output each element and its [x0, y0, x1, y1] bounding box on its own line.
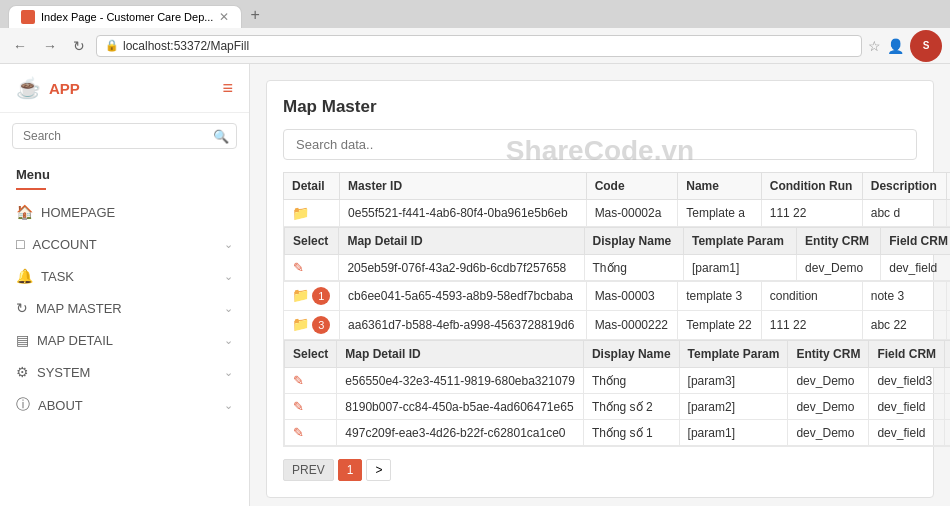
next-button[interactable]: >: [366, 459, 391, 481]
master-id-cell: cb6ee041-5a65-4593-a8b9-58edf7bcbaba: [340, 282, 587, 311]
active-tab[interactable]: Index Page - Customer Care Dep... ✕: [8, 5, 242, 28]
chevron-down-icon: ⌄: [224, 366, 233, 379]
row-number-badge: 3: [312, 316, 330, 334]
condition-run-cell: 111 22: [761, 311, 862, 340]
sidebar-item-about[interactable]: ⓘ ABOUT ⌄: [0, 388, 249, 422]
description-cell: abc 22: [862, 311, 946, 340]
created-on-cell: 6/17/2020 11:29:0: [946, 200, 950, 227]
lock-icon: 🔒: [105, 39, 119, 52]
browser-navbar: ← → ↻ 🔒 localhost:53372/MapFill ☆ 👤 S: [0, 28, 950, 64]
created-on-cell: 6/17/2020 11:27:5: [946, 282, 950, 311]
sub-table-data-row: ✎ 8190b007-cc84-450a-b5ae-4ad606471e65 T…: [285, 394, 951, 420]
col-description: Description: [862, 173, 946, 200]
search-input[interactable]: [12, 123, 237, 149]
account-button[interactable]: 👤: [887, 38, 904, 54]
sidebar-search-area: 🔍: [0, 113, 249, 159]
edit-icon[interactable]: ✎: [293, 373, 304, 388]
expand-icon[interactable]: 📁: [292, 287, 309, 303]
expand-icon[interactable]: 📁: [292, 316, 309, 332]
sub-col-display-name: Display Name: [583, 341, 679, 368]
sub-col-map-detail-id: Map Detail ID: [337, 341, 584, 368]
edit-icon[interactable]: ✎: [293, 399, 304, 414]
page-title: Map Master: [283, 97, 917, 117]
sidebar-item-map-master[interactable]: ↻ MAP MASTER ⌄: [0, 292, 249, 324]
sidebar-item-homepage[interactable]: 🏠 HOMEPAGE: [0, 196, 249, 228]
menu-item-left: 🏠 HOMEPAGE: [16, 204, 115, 220]
condition-run-cell: 111 22: [761, 200, 862, 227]
forward-button[interactable]: →: [38, 36, 62, 56]
menu-item-left: □ ACCOUNT: [16, 236, 97, 252]
hamburger-icon[interactable]: ≡: [222, 78, 233, 99]
reload-button[interactable]: ↻: [68, 36, 90, 56]
pagination: PREV 1 >: [283, 459, 917, 481]
table-row: 📁 1 cb6ee041-5a65-4593-a8b9-58edf7bcbaba…: [284, 282, 951, 311]
sub-select-cell[interactable]: ✎: [285, 255, 339, 281]
prev-button[interactable]: PREV: [283, 459, 334, 481]
description-cell: abc d: [862, 200, 946, 227]
about-icon: ⓘ: [16, 396, 30, 414]
menu-label: Menu: [0, 159, 249, 186]
sub-select-cell[interactable]: ✎: [285, 420, 337, 446]
sub-entity-crm: dev_Demo: [797, 255, 881, 281]
app-container: ☕ APP ≡ 🔍 Menu 🏠 HOMEPAGE □ ACCOUNT: [0, 64, 950, 506]
sidebar: ☕ APP ≡ 🔍 Menu 🏠 HOMEPAGE □ ACCOUNT: [0, 64, 250, 506]
tab-close-button[interactable]: ✕: [219, 10, 229, 24]
condition-run-cell: condition: [761, 282, 862, 311]
sub-table-row: Select Map Detail ID Display Name Templa…: [284, 340, 951, 447]
sub-col-type-field: TypeFieldOnCRM: [945, 341, 950, 368]
table-row: 📁 3 aa6361d7-b588-4efb-a998-4563728819d6…: [284, 311, 951, 340]
sub-template-param: [param1]: [683, 255, 796, 281]
sidebar-item-label: ACCOUNT: [32, 237, 96, 252]
sub-field-crm: dev_field: [881, 255, 950, 281]
col-master-id: Master ID: [340, 173, 587, 200]
sub-col-template-param: Template Param: [679, 341, 788, 368]
name-cell: template 3: [678, 282, 761, 311]
sub-type-field: String: [945, 420, 950, 446]
sub-entity-crm: dev_Demo: [788, 420, 869, 446]
map-detail-icon: ▤: [16, 332, 29, 348]
master-id-cell: aa6361d7-b588-4efb-a998-4563728819d6: [340, 311, 587, 340]
sub-select-cell[interactable]: ✎: [285, 394, 337, 420]
sidebar-item-label: ABOUT: [38, 398, 83, 413]
sub-field-crm: dev_field: [869, 394, 945, 420]
back-button[interactable]: ←: [8, 36, 32, 56]
sub-table: Select Map Detail ID Display Name Templa…: [284, 227, 950, 281]
new-tab-button[interactable]: +: [242, 2, 267, 28]
main-content: Map Master ShareCode.vn Detail Master ID…: [250, 64, 950, 506]
sub-entity-crm: dev_Demo: [788, 394, 869, 420]
menu-item-left: ⚙ SYSTEM: [16, 364, 90, 380]
edit-icon[interactable]: ✎: [293, 425, 304, 440]
sidebar-item-system[interactable]: ⚙ SYSTEM ⌄: [0, 356, 249, 388]
expand-icon[interactable]: 📁: [292, 205, 309, 221]
edit-icon[interactable]: ✎: [293, 260, 304, 275]
col-created-on: CreatedOn: [946, 173, 950, 200]
expand-cell[interactable]: 📁 3: [284, 311, 340, 340]
sidebar-item-label: TASK: [41, 269, 74, 284]
address-bar[interactable]: 🔒 localhost:53372/MapFill: [96, 35, 862, 57]
chevron-down-icon: ⌄: [224, 302, 233, 315]
content-box: Map Master ShareCode.vn Detail Master ID…: [266, 80, 934, 498]
name-cell: Template a: [678, 200, 761, 227]
expand-cell[interactable]: 📁 1: [284, 282, 340, 311]
page-1-button[interactable]: 1: [338, 459, 363, 481]
map-master-icon: ↻: [16, 300, 28, 316]
chevron-down-icon: ⌄: [224, 334, 233, 347]
sidebar-item-map-detail[interactable]: ▤ MAP DETAIL ⌄: [0, 324, 249, 356]
col-detail: Detail: [284, 173, 340, 200]
search-icon: 🔍: [213, 129, 229, 144]
sub-map-detail-id: 205eb59f-076f-43a2-9d6b-6cdb7f257658: [339, 255, 584, 281]
sub-col-select: Select: [285, 341, 337, 368]
tab-favicon: [21, 10, 35, 24]
sub-map-detail-id: 8190b007-cc84-450a-b5ae-4ad606471e65: [337, 394, 584, 420]
sidebar-item-account[interactable]: □ ACCOUNT ⌄: [0, 228, 249, 260]
sidebar-item-task[interactable]: 🔔 TASK ⌄: [0, 260, 249, 292]
sidebar-title: APP: [49, 80, 80, 97]
expand-cell[interactable]: 📁: [284, 200, 340, 227]
table-row: 📁 0e55f521-f441-4ab6-80f4-0ba961e5b6eb M…: [284, 200, 951, 227]
bookmark-button[interactable]: ☆: [868, 38, 881, 54]
sub-table: Select Map Detail ID Display Name Templa…: [284, 340, 950, 446]
search-wrap: 🔍: [12, 123, 237, 149]
sub-select-cell[interactable]: ✎: [285, 368, 337, 394]
sub-map-detail-id: e56550e4-32e3-4511-9819-680eba321079: [337, 368, 584, 394]
search-data-input[interactable]: [283, 129, 917, 160]
